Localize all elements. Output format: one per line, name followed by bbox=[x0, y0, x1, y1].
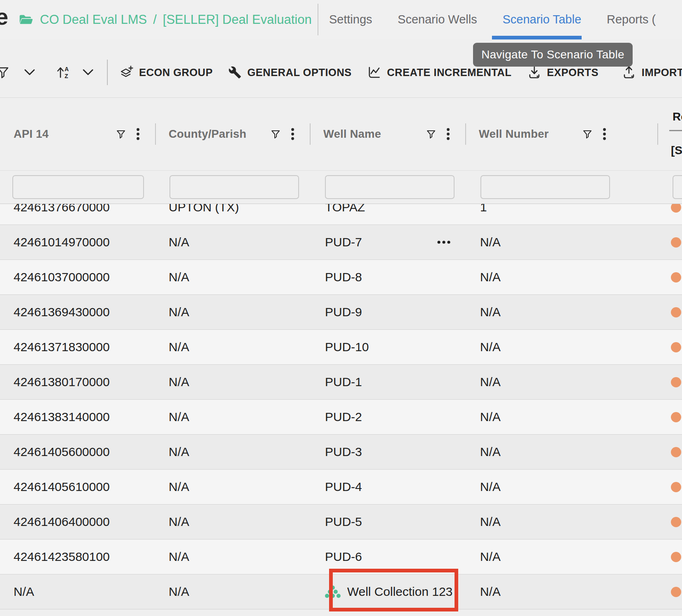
column-header-well-number: Well Number bbox=[465, 98, 657, 170]
column-filter-icon[interactable] bbox=[270, 129, 281, 139]
cell-well-number: 1 bbox=[465, 204, 657, 225]
cell-county: N/A bbox=[155, 365, 310, 399]
tab-reports[interactable]: Reports ( bbox=[607, 13, 656, 26]
cell-status bbox=[657, 400, 682, 434]
table-row[interactable]: N/A N/A Well Collection 123 N/A bbox=[0, 574, 682, 609]
cell-county: N/A bbox=[155, 574, 310, 609]
column-filter-icon[interactable] bbox=[116, 129, 126, 139]
cell-county: UPTON (TX) bbox=[155, 204, 310, 225]
cell-api14: 42461383140000 bbox=[0, 400, 155, 434]
cell-api14: 42461037000000 bbox=[0, 260, 155, 294]
layers-plus-icon bbox=[119, 65, 133, 79]
cell-well-number: N/A bbox=[465, 330, 657, 364]
table-row[interactable]: 42461380170000 N/A PUD-1 N/A bbox=[0, 364, 682, 399]
row-menu-dots[interactable] bbox=[436, 240, 453, 244]
cell-well-name: PUD-7 bbox=[310, 225, 465, 259]
cell-status bbox=[657, 225, 682, 259]
chevron-down-icon[interactable] bbox=[82, 69, 94, 76]
breadcrumb-project[interactable]: CO Deal Eval LMS bbox=[40, 12, 147, 27]
cell-well-name: PUD-3 bbox=[310, 435, 465, 469]
well-name-text: PUD-3 bbox=[325, 445, 362, 459]
column-header-api14: API 14 bbox=[0, 98, 155, 170]
chevron-down-icon[interactable] bbox=[24, 69, 35, 76]
table-row[interactable]: 42461405600000 N/A PUD-3 N/A bbox=[0, 434, 682, 469]
cell-well-number: N/A bbox=[465, 470, 657, 504]
cell-well-name: PUD-1 bbox=[310, 365, 465, 399]
well-name-text: PUD-10 bbox=[325, 340, 369, 354]
column-menu-icon[interactable] bbox=[603, 127, 606, 141]
breadcrumb-separator: / bbox=[153, 12, 157, 27]
status-dot-icon bbox=[671, 517, 681, 527]
table-row[interactable]: 42461376670000 UPTON (TX) TOPAZ 1 bbox=[0, 204, 682, 225]
cell-api14: 42461376670000 bbox=[0, 204, 155, 225]
cell-status bbox=[657, 330, 682, 364]
cell-well-number: N/A bbox=[465, 225, 657, 259]
status-dot-icon bbox=[671, 587, 681, 597]
header-divider bbox=[318, 4, 318, 35]
table-row[interactable]: 42461405610000 N/A PUD-4 N/A bbox=[0, 469, 682, 504]
filter-icon[interactable] bbox=[0, 65, 10, 79]
filter-input-well-name[interactable] bbox=[325, 175, 455, 199]
status-dot-icon bbox=[671, 342, 681, 352]
cell-well-name: PUD-4 bbox=[310, 470, 465, 504]
filter-input-clipped[interactable] bbox=[673, 175, 682, 199]
table-row[interactable]: 42461014970000 N/A PUD-7 N/A bbox=[0, 225, 682, 259]
table-row-clipped[interactable]: 42461376670000 UPTON (TX) TOPAZ 1 bbox=[0, 204, 682, 225]
filter-input-well-number[interactable] bbox=[480, 175, 610, 199]
cell-county: N/A bbox=[155, 435, 310, 469]
table-row[interactable]: 42461371830000 N/A PUD-10 N/A bbox=[0, 329, 682, 364]
svg-text:Z: Z bbox=[65, 73, 68, 79]
table-row[interactable]: 42461406400000 N/A PUD-5 N/A bbox=[0, 504, 682, 539]
general-options-button[interactable]: GENERAL OPTIONS bbox=[228, 66, 352, 79]
breadcrumb: CO Deal Eval LMS / [SELLER] Deal Evaluat… bbox=[18, 0, 312, 39]
cell-county: N/A bbox=[155, 330, 310, 364]
cell-api14: 42461405600000 bbox=[0, 435, 155, 469]
table-header-row: API 14 County/Parish Well Name bbox=[0, 98, 682, 170]
status-dot-icon bbox=[671, 204, 681, 213]
status-dot-icon bbox=[671, 552, 681, 562]
column-menu-icon[interactable] bbox=[291, 127, 295, 141]
tab-scenario-wells[interactable]: Scenario Wells bbox=[398, 13, 477, 26]
import-button[interactable]: IMPORT bbox=[622, 65, 682, 79]
status-dot-icon bbox=[671, 307, 681, 317]
status-dot-icon bbox=[671, 272, 681, 283]
econ-group-button[interactable]: ECON GROUP bbox=[119, 65, 213, 79]
breadcrumb-scenario[interactable]: [SELLER] Deal Evaluation bbox=[163, 12, 312, 27]
cell-status bbox=[657, 365, 682, 399]
import-label: IMPORT bbox=[642, 67, 682, 79]
cell-county: N/A bbox=[155, 540, 310, 574]
filter-input-county[interactable] bbox=[169, 175, 299, 199]
table-row[interactable]: 42461369430000 N/A PUD-9 N/A bbox=[0, 294, 682, 329]
navigate-tooltip: Navigate To Scenario Table bbox=[473, 43, 633, 67]
folder-open-icon bbox=[18, 13, 34, 26]
column-filter-icon[interactable] bbox=[582, 129, 593, 139]
filter-input-api14[interactable] bbox=[12, 175, 144, 199]
well-name-text: PUD-5 bbox=[325, 515, 362, 529]
tab-settings[interactable]: Settings bbox=[329, 13, 372, 26]
cell-status bbox=[657, 260, 682, 294]
cell-county: N/A bbox=[155, 260, 310, 294]
cell-api14: 42461406400000 bbox=[0, 505, 155, 539]
cell-api14: 42461405610000 bbox=[0, 470, 155, 504]
create-incremental-button[interactable]: CREATE INCREMENTAL bbox=[367, 65, 512, 79]
tab-scenario-table[interactable]: Scenario Table bbox=[503, 13, 581, 26]
exports-button[interactable]: EXPORTS bbox=[527, 65, 598, 79]
column-menu-icon[interactable] bbox=[446, 127, 450, 141]
table-row[interactable]: 42461037000000 N/A PUD-8 N/A bbox=[0, 259, 682, 294]
cell-api14: N/A bbox=[0, 574, 155, 609]
cell-well-name: PUD-5 bbox=[310, 505, 465, 539]
well-name-text: PUD-7 bbox=[325, 235, 362, 249]
cell-api14: 42461423580100 bbox=[0, 540, 155, 574]
cell-status bbox=[657, 295, 682, 329]
status-dot-icon bbox=[671, 447, 681, 457]
column-menu-icon[interactable] bbox=[136, 127, 140, 141]
cell-api14: 42461380170000 bbox=[0, 365, 155, 399]
sort-az-icon[interactable]: A Z bbox=[56, 65, 72, 80]
table-row[interactable]: 42461423580100 N/A PUD-6 N/A bbox=[0, 539, 682, 574]
wrench-icon bbox=[228, 66, 241, 79]
table-row[interactable]: 42461383140000 N/A PUD-2 N/A bbox=[0, 399, 682, 434]
cell-well-number: N/A bbox=[465, 435, 657, 469]
cell-well-number: N/A bbox=[465, 295, 657, 329]
cell-well-number: N/A bbox=[465, 574, 657, 609]
column-filter-icon[interactable] bbox=[426, 129, 436, 139]
